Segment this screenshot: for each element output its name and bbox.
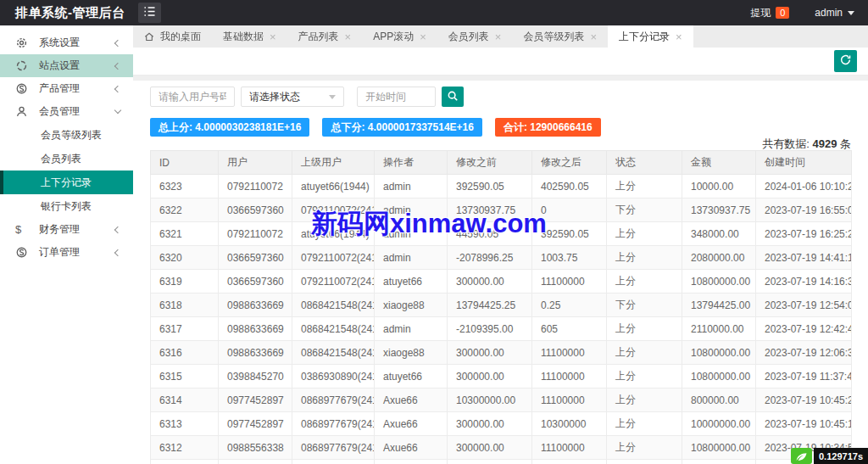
table-cell: 9000000.00 bbox=[682, 460, 756, 464]
column-header: 上级用户 bbox=[292, 151, 375, 175]
table-cell: 上分 bbox=[607, 436, 682, 460]
column-header: 用户 bbox=[219, 151, 292, 175]
menu-toggle-button[interactable] bbox=[138, 3, 161, 23]
performance-icon bbox=[791, 448, 812, 464]
sidebar-item-label: 订单管理 bbox=[39, 245, 80, 260]
tab-label: 上下分记录 bbox=[619, 30, 670, 44]
table-cell: 10000000.00 bbox=[682, 412, 756, 436]
table-cell: 上分 bbox=[607, 222, 682, 246]
close-icon[interactable]: × bbox=[420, 31, 426, 42]
table-cell: 0868421548(2417) bbox=[292, 317, 375, 341]
table-cell: 10800000.00 bbox=[682, 365, 756, 389]
table-cell: 6317 bbox=[151, 317, 219, 341]
sidebar-item-member-mgmt[interactable]: 会员管理 bbox=[0, 100, 133, 123]
record-count-unit: 条 bbox=[840, 137, 851, 150]
search-button[interactable] bbox=[442, 87, 464, 107]
tab-member-level-list[interactable]: 会员等级列表× bbox=[512, 25, 608, 48]
table-cell: 6321 bbox=[151, 222, 219, 246]
table-row: 631409774528970868977679(2411)Axue661030… bbox=[151, 389, 852, 412]
table-cell: xiaoge88 bbox=[375, 293, 448, 317]
table-cell: admin bbox=[375, 175, 448, 198]
table-cell: 605 bbox=[532, 317, 607, 341]
tab-my-desktop[interactable]: 我的桌面 bbox=[133, 25, 212, 48]
toolbar-strip bbox=[133, 48, 868, 75]
table-cell: 13794425.00 bbox=[682, 293, 756, 317]
table-cell: 10800000.00 bbox=[682, 341, 756, 365]
table-cell: 0977452897 bbox=[219, 389, 292, 412]
total-up-badge: 总上分: 4.0000030238181E+16 bbox=[150, 118, 309, 137]
status-select[interactable]: 请选择状态 bbox=[241, 87, 344, 107]
tab-base-data[interactable]: 基础数据× bbox=[212, 25, 287, 48]
table-cell: 0868977679(2411) bbox=[292, 389, 375, 412]
chevron-down-icon bbox=[848, 11, 854, 15]
summary-row: 总上分: 4.0000030238181E+16 总下分: 4.00000173… bbox=[150, 118, 851, 137]
performance-indicator: 0.129717s bbox=[791, 448, 868, 464]
table-cell: atuyet66(1944) bbox=[292, 175, 375, 198]
table-cell: 300000.00 bbox=[448, 341, 532, 365]
table-cell: 6320 bbox=[151, 246, 219, 270]
table-cell: 392590.05 bbox=[532, 222, 607, 246]
record-count-label: 共有数据: bbox=[762, 137, 810, 150]
tab-member-list[interactable]: 会员列表× bbox=[437, 25, 513, 48]
table-row: 63230792110072atuyet66(1944)admin392590.… bbox=[151, 175, 852, 198]
table-cell: 0792110072(2419) bbox=[292, 198, 375, 222]
table-cell: 上分 bbox=[607, 270, 682, 293]
table-cell: 6312 bbox=[151, 436, 219, 460]
close-icon[interactable]: × bbox=[590, 31, 597, 42]
sidebar-subitem-bankcard-list[interactable]: 银行卡列表 bbox=[0, 194, 133, 218]
table-cell: 11100000 bbox=[532, 341, 607, 365]
sidebar-subitem-label: 银行卡列表 bbox=[41, 199, 92, 214]
table-cell: 2024-01-06 10:10:24 bbox=[756, 175, 852, 198]
sidebar-subitem-member-list[interactable]: 会员列表 bbox=[0, 147, 133, 171]
table-cell: 11100000 bbox=[532, 436, 607, 460]
tab-app-scroll[interactable]: APP滚动× bbox=[362, 25, 437, 48]
sidebar-item-product-mgmt[interactable]: 产品管理 bbox=[0, 77, 133, 100]
username: admin bbox=[815, 7, 843, 19]
withdraw-button[interactable]: 提现 0 bbox=[750, 6, 789, 20]
tab-product-list[interactable]: 产品列表× bbox=[287, 25, 363, 48]
table-cell: 0398845270 bbox=[219, 365, 292, 389]
user-number-input[interactable] bbox=[150, 87, 235, 107]
table-cell: 13794425.25 bbox=[448, 293, 532, 317]
sidebar-item-finance-mgmt[interactable]: $财务管理 bbox=[0, 218, 133, 241]
column-header: 金额 bbox=[682, 151, 756, 175]
start-time-input[interactable] bbox=[357, 87, 436, 107]
table-cell: 上分 bbox=[607, 412, 682, 436]
table-cell: 0868421548(2417) bbox=[292, 341, 375, 365]
table-cell: 6313 bbox=[151, 412, 219, 436]
close-icon[interactable]: × bbox=[495, 31, 502, 42]
hamburger-icon bbox=[143, 5, 156, 20]
table-cell: 13730937.75 bbox=[448, 198, 532, 222]
table-cell: atuyet66(1944) bbox=[292, 222, 375, 246]
sidebar-item-system-settings[interactable]: 系统设置 bbox=[0, 31, 133, 54]
table-cell: 11100000 bbox=[532, 270, 607, 293]
withdraw-label: 提现 bbox=[750, 6, 771, 20]
table-cell: 0988633669 bbox=[219, 341, 292, 365]
total-down-badge: 总下分: 4.0000017337514E+16 bbox=[322, 118, 481, 137]
close-icon[interactable]: × bbox=[676, 31, 682, 42]
sidebar-item-order-mgmt[interactable]: 订单管理 bbox=[0, 241, 133, 264]
column-header: 状态 bbox=[607, 151, 682, 175]
sidebar-subitem-member-level-list[interactable]: 会员等级列表 bbox=[0, 123, 133, 147]
sidebar-item-site-settings[interactable]: 站点设置 bbox=[0, 54, 133, 77]
refresh-button[interactable] bbox=[834, 50, 857, 72]
member-icon bbox=[15, 105, 29, 118]
table-cell: 2023-07-19 14:16:36 bbox=[756, 270, 852, 293]
user-menu[interactable]: admin bbox=[815, 7, 854, 19]
table-cell: 2023-07-19 16:55:04 bbox=[756, 198, 852, 222]
table-row: 631309774528970868977679(2411)Axue663000… bbox=[151, 412, 852, 436]
table-cell: 0386930890(2415) bbox=[292, 365, 375, 389]
chevron-left-icon bbox=[114, 226, 121, 232]
tab-updown-records[interactable]: 上下分记录× bbox=[608, 25, 693, 48]
close-icon[interactable]: × bbox=[270, 31, 276, 42]
table-cell: 44590.05 bbox=[448, 222, 532, 246]
table-cell: 6315 bbox=[151, 365, 219, 389]
chevron-down-icon bbox=[114, 107, 121, 114]
table-cell: admin bbox=[375, 246, 448, 270]
sidebar-subitem-updown-records[interactable]: 上下分记录 bbox=[0, 171, 133, 194]
table-cell: 2023-07-19 14:41:17 bbox=[756, 246, 852, 270]
close-icon[interactable]: × bbox=[345, 31, 352, 42]
chevron-left-icon bbox=[114, 39, 121, 46]
table-cell: 6314 bbox=[151, 389, 219, 412]
table-cell: Axue66 bbox=[375, 436, 448, 460]
